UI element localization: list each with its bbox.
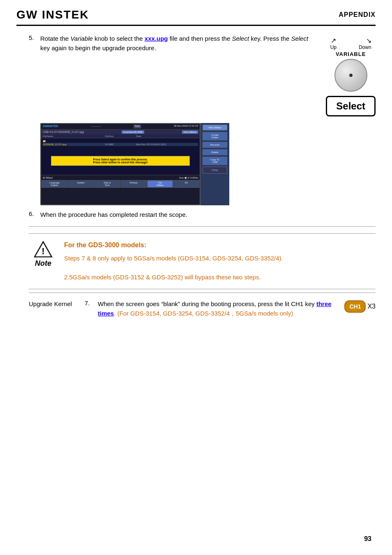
sc-header: GWINSTEK ~~~~~ Auto 28 Nov 2018 17:07:25: [41, 124, 200, 130]
step-5-number: 5.: [29, 34, 40, 41]
down-arrow-label: ↘ Down: [359, 37, 371, 50]
note-body2: 2.5GSa/s models (GDS-3152 & GDS-3252) wi…: [64, 272, 376, 282]
sc-path-bar: USB>V1.07>GDS3000_V1.07.upg FreeSize:56.…: [41, 130, 200, 135]
screenshot-wrap: GWINSTEK ~~~~~ Auto 28 Nov 2018 17:07:25…: [40, 123, 229, 205]
select-button[interactable]: Select: [326, 96, 376, 116]
sc-softkey-io[interactable]: I/O: [173, 180, 199, 188]
step5-text5: key again to begin the upgrade procedure…: [40, 44, 156, 51]
upgrade-text2: . (For GDS-3154, GDS-3254, GDS-3352/4，5G…: [114, 310, 293, 317]
sc-columns: FileName FileSize Date: [41, 135, 200, 138]
step5-italic2: Select: [232, 35, 249, 42]
step5-text4: key. Press the: [249, 35, 291, 42]
sc-fu-label: File Utilities: [182, 130, 198, 134]
step5-text3: file and then press the: [168, 35, 232, 42]
sc-dialog-line2: Press other button to cancel this messag…: [53, 161, 188, 164]
sc-softkeys: LanguageEnglish System Date &Time Printo…: [41, 180, 200, 188]
company-logo: GW INSTEK: [16, 8, 89, 21]
x3-label: X3: [367, 303, 376, 310]
sc-col-date: Date: [136, 135, 198, 137]
sc-dialog-line1: Press Select again to confirm this proce…: [53, 158, 188, 161]
ch1-button: CH1: [344, 300, 366, 313]
step5-text2: knob to select the: [93, 35, 145, 42]
step-6-row: 6. When the procedure has completed rest…: [29, 210, 376, 220]
logo-text: GW INSTEK: [16, 8, 89, 21]
sc-col-name: FileName: [43, 135, 105, 137]
knob-arrow-row: ↗ Up ↘ Down: [330, 37, 371, 50]
step5-side-diagram: ↗ Up ↘ Down VARIABLE Select: [326, 34, 376, 116]
device-screenshot: GWINSTEK ~~~~~ Auto 28 Nov 2018 17:07:25…: [40, 123, 201, 205]
upgrade-step-inner: 7. When the screen goes “blank” during t…: [85, 300, 376, 318]
sc-rb-delete[interactable]: Delete: [203, 149, 227, 155]
sc-rb-create-folder[interactable]: CreateFolder: [203, 132, 227, 140]
sc-measure: 1ms ▣ ⊙ 0.00Hz: [179, 176, 198, 179]
step5-text1: Rotate the: [40, 35, 70, 42]
page-number: 93: [364, 535, 371, 543]
step-6-text: When the procedure has completed restart…: [40, 210, 376, 220]
sc-folder-icon: 📁 ..: [43, 139, 105, 142]
up-arrow-icon: ↗: [331, 37, 336, 44]
sc-filesize: 24.3MB: [105, 143, 136, 146]
sc-files: 📁 .. GDS3000_V1.07.upg 24.3MB Wed Nov 28…: [41, 138, 200, 175]
sc-softkey-system[interactable]: System: [68, 180, 94, 188]
sc-wave: ~~~~~: [91, 125, 101, 128]
note-content: For the GDS-3000 models: Steps 7 & 8 onl…: [64, 240, 376, 283]
note-body1-text: Steps 7 & 8 only apply to 5GSa/s models …: [64, 255, 283, 262]
sc-file-utilities-btn: FreeSize:56.2MB: [122, 130, 144, 134]
step-5-row: 5. Rotate the Variable knob to select th…: [29, 34, 376, 116]
upgrade-step-text: When the screen goes “blank” during the …: [98, 300, 341, 318]
variable-knob-diagram: ↗ Up ↘ Down VARIABLE: [330, 37, 371, 92]
upgrade-step: 7. When the screen goes “blank” during t…: [85, 300, 376, 318]
sc-rb-file-utilities[interactable]: File Utilities: [203, 125, 227, 130]
sc-auto: Auto: [134, 125, 141, 128]
sc-right-panel: File Utilities CreateFolder Rename Delet…: [201, 123, 229, 205]
note-body2-text: 2.5GSa/s models (GDS-3152 & GDS-3252) wi…: [64, 274, 261, 281]
step5-italic1: Variable: [70, 35, 92, 42]
page-header: GW INSTEK APPENDIX: [16, 8, 376, 26]
variable-knob-circle[interactable]: [334, 59, 367, 92]
note-body1: Steps 7 & 8 only apply to 5GSa/s models …: [64, 253, 376, 263]
step5-italic3: Select: [291, 35, 308, 42]
upgrade-kernel-section: Upgrade Kernel 7. When the screen goes “…: [29, 293, 376, 318]
sc-time: 28 Nov 2018 17:07:25: [174, 125, 198, 128]
sc-empty-space2: [43, 167, 198, 174]
note-label-text: Note: [35, 259, 51, 268]
up-arrow-label: ↗ Up: [330, 37, 337, 50]
down-label: Down: [359, 44, 371, 50]
note-title: For the GDS-3000 models:: [64, 240, 376, 250]
screenshot-container: GWINSTEK ~~~~~ Auto 28 Nov 2018 17:07:25…: [40, 123, 376, 205]
sc-rb-chx[interactable]: CHx: [203, 167, 227, 174]
sc-softkey-language[interactable]: LanguageEnglish: [42, 180, 67, 188]
sc-filedate: Wed Nov 28 15:38:04 2018: [136, 143, 198, 146]
sc-brand: GWINSTEK: [43, 125, 58, 128]
svg-text:!: !: [42, 246, 44, 256]
sc-softkey-datetime[interactable]: Date &Time: [94, 180, 120, 188]
step5-link: xxx.upg: [145, 35, 168, 42]
sc-col-size: FileSize: [105, 135, 136, 137]
divider-1: [29, 226, 376, 227]
sc-softkey-file-utilities[interactable]: FileUtilities: [147, 180, 173, 188]
page: GW INSTEK APPENDIX 5. Rotate the Variabl…: [0, 0, 392, 555]
main-content: 5. Rotate the Variable knob to select th…: [16, 34, 376, 318]
ch1-diagram: CH1 X3: [344, 300, 376, 313]
sc-filename: GDS3000_V1.07.upg: [43, 143, 105, 146]
sc-bottom-bar: ⊕ 500µU 1ms ▣ ⊙ 0.00Hz: [41, 175, 200, 180]
sc-file-row-parent: 📁 ..: [43, 139, 198, 143]
sc-empty-space: [43, 146, 198, 154]
upgrade-text1: When the screen goes “blank” during the …: [98, 300, 316, 307]
warning-triangle-icon: !: [33, 240, 53, 258]
step-6-number: 6.: [29, 210, 40, 220]
sc-confirm-dialog: Press Select again to confirm this proce…: [51, 156, 190, 166]
upgrade-kernel-label: Upgrade Kernel: [29, 300, 78, 307]
down-arrow-icon: ↘: [366, 37, 371, 44]
upgrade-step-content: When the screen goes “blank” during the …: [98, 300, 341, 318]
upgrade-row: Upgrade Kernel 7. When the screen goes “…: [29, 300, 376, 318]
appendix-label: APPENDIX: [339, 11, 376, 19]
step-5-text: Rotate the Variable knob to select the x…: [40, 34, 318, 53]
sc-rb-rename[interactable]: Rename: [203, 142, 227, 148]
sc-path: USB>V1.07>GDS3000_V1.07.upg: [43, 130, 84, 134]
sc-softkey-printout[interactable]: Printout: [121, 180, 147, 188]
sc-file-row-upg: GDS3000_V1.07.upg 24.3MB Wed Nov 28 15:3…: [43, 143, 198, 146]
note-section: ! Note For the GDS-3000 models: Steps 7 …: [29, 233, 376, 290]
sc-rb-copy-to-usb[interactable]: Copy ToUSB: [203, 157, 227, 165]
note-icon-area: ! Note: [29, 240, 58, 268]
